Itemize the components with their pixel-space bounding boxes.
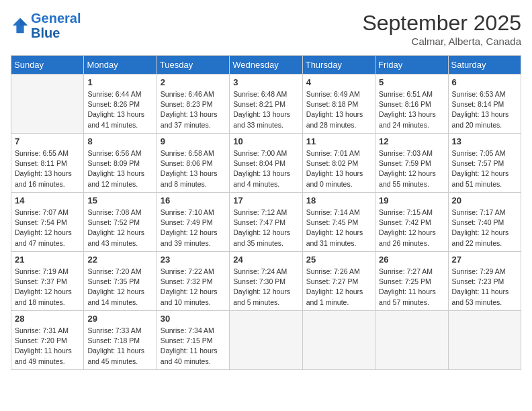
table-cell: 24Sunrise: 7:24 AMSunset: 7:30 PMDayligh…: [230, 252, 302, 311]
day-info: Sunrise: 7:12 AMSunset: 7:47 PMDaylight:…: [233, 208, 298, 248]
day-info: Sunrise: 6:56 AMSunset: 8:09 PMDaylight:…: [87, 148, 152, 189]
day-number: 23: [161, 255, 226, 265]
table-cell: 14Sunrise: 7:07 AMSunset: 7:54 PMDayligh…: [11, 193, 84, 252]
day-number: 8: [87, 136, 152, 146]
table-cell: 2Sunrise: 6:46 AMSunset: 8:23 PMDaylight…: [157, 75, 229, 134]
table-cell: 22Sunrise: 7:20 AMSunset: 7:35 PMDayligh…: [84, 252, 157, 311]
day-number: 12: [379, 136, 444, 146]
day-info: Sunrise: 6:49 AMSunset: 8:18 PMDaylight:…: [306, 89, 371, 130]
day-number: 1: [87, 77, 152, 87]
day-info: Sunrise: 7:26 AMSunset: 7:27 PMDaylight:…: [306, 267, 371, 308]
table-cell: 30Sunrise: 7:34 AMSunset: 7:15 PMDayligh…: [157, 311, 229, 370]
table-cell: [448, 311, 521, 370]
day-info: Sunrise: 7:27 AMSunset: 7:25 PMDaylight:…: [379, 267, 444, 308]
column-headers: Sunday Monday Tuesday Wednesday Thursday…: [11, 56, 521, 75]
week-row-2: 7Sunrise: 6:55 AMSunset: 8:11 PMDaylight…: [11, 134, 521, 193]
col-saturday: Saturday: [448, 56, 521, 75]
day-number: 10: [233, 136, 298, 146]
table-cell: 21Sunrise: 7:19 AMSunset: 7:37 PMDayligh…: [11, 252, 84, 311]
logo-text-blue: Blue: [31, 26, 81, 40]
table-cell: 10Sunrise: 7:00 AMSunset: 8:04 PMDayligh…: [230, 134, 302, 193]
logo-text-general: General: [31, 11, 81, 26]
day-number: 18: [306, 195, 371, 205]
day-info: Sunrise: 7:07 AMSunset: 7:54 PMDaylight:…: [15, 208, 80, 248]
day-info: Sunrise: 7:17 AMSunset: 7:40 PMDaylight:…: [452, 208, 517, 248]
table-cell: 11Sunrise: 7:01 AMSunset: 8:02 PMDayligh…: [302, 134, 375, 193]
week-row-4: 21Sunrise: 7:19 AMSunset: 7:37 PMDayligh…: [11, 252, 521, 311]
table-cell: 28Sunrise: 7:31 AMSunset: 7:20 PMDayligh…: [11, 311, 84, 370]
day-number: 7: [15, 136, 80, 146]
calendar-table: Sunday Monday Tuesday Wednesday Thursday…: [11, 55, 521, 370]
table-cell: 9Sunrise: 6:58 AMSunset: 8:06 PMDaylight…: [157, 134, 229, 193]
table-cell: 16Sunrise: 7:10 AMSunset: 7:49 PMDayligh…: [157, 193, 229, 252]
table-cell: 15Sunrise: 7:08 AMSunset: 7:52 PMDayligh…: [84, 193, 157, 252]
day-info: Sunrise: 7:31 AMSunset: 7:20 PMDaylight:…: [15, 326, 80, 367]
day-info: Sunrise: 7:00 AMSunset: 8:04 PMDaylight:…: [233, 148, 298, 189]
day-info: Sunrise: 7:05 AMSunset: 7:57 PMDaylight:…: [452, 148, 517, 189]
day-number: 26: [379, 255, 444, 265]
table-cell: 6Sunrise: 6:53 AMSunset: 8:14 PMDaylight…: [448, 75, 521, 134]
day-number: 30: [161, 314, 226, 324]
day-info: Sunrise: 6:53 AMSunset: 8:14 PMDaylight:…: [452, 89, 517, 130]
day-number: 17: [233, 195, 298, 205]
day-info: Sunrise: 6:48 AMSunset: 8:21 PMDaylight:…: [233, 89, 298, 130]
day-number: 20: [452, 195, 517, 205]
table-cell: 23Sunrise: 7:22 AMSunset: 7:32 PMDayligh…: [157, 252, 229, 311]
day-number: 21: [15, 255, 80, 265]
day-number: 9: [161, 136, 226, 146]
logo-icon: [11, 16, 30, 35]
day-info: Sunrise: 6:51 AMSunset: 8:16 PMDaylight:…: [379, 89, 444, 130]
table-cell: 26Sunrise: 7:27 AMSunset: 7:25 PMDayligh…: [375, 252, 448, 311]
week-row-3: 14Sunrise: 7:07 AMSunset: 7:54 PMDayligh…: [11, 193, 521, 252]
table-cell: 3Sunrise: 6:48 AMSunset: 8:21 PMDaylight…: [230, 75, 302, 134]
table-cell: [11, 75, 84, 134]
day-number: 16: [161, 195, 226, 205]
table-cell: 7Sunrise: 6:55 AMSunset: 8:11 PMDaylight…: [11, 134, 84, 193]
svg-marker-1: [20, 18, 28, 26]
day-number: 13: [452, 136, 517, 146]
page-header: General Blue September 2025 Calmar, Albe…: [11, 11, 521, 47]
table-cell: [375, 311, 448, 370]
day-info: Sunrise: 6:46 AMSunset: 8:23 PMDaylight:…: [161, 89, 226, 130]
title-block: September 2025 Calmar, Alberta, Canada: [362, 11, 521, 47]
col-friday: Friday: [375, 56, 448, 75]
col-monday: Monday: [84, 56, 157, 75]
day-number: 14: [15, 195, 80, 205]
table-cell: 18Sunrise: 7:14 AMSunset: 7:45 PMDayligh…: [302, 193, 375, 252]
table-cell: 4Sunrise: 6:49 AMSunset: 8:18 PMDaylight…: [302, 75, 375, 134]
table-cell: 29Sunrise: 7:33 AMSunset: 7:18 PMDayligh…: [84, 311, 157, 370]
day-info: Sunrise: 7:15 AMSunset: 7:42 PMDaylight:…: [379, 208, 444, 248]
table-cell: 20Sunrise: 7:17 AMSunset: 7:40 PMDayligh…: [448, 193, 521, 252]
week-row-1: 1Sunrise: 6:44 AMSunset: 8:26 PMDaylight…: [11, 75, 521, 134]
day-info: Sunrise: 7:29 AMSunset: 7:23 PMDaylight:…: [452, 267, 517, 308]
week-row-5: 28Sunrise: 7:31 AMSunset: 7:20 PMDayligh…: [11, 311, 521, 370]
day-info: Sunrise: 7:19 AMSunset: 7:37 PMDaylight:…: [15, 267, 80, 308]
day-number: 25: [306, 255, 371, 265]
day-number: 22: [87, 255, 152, 265]
table-cell: [230, 311, 302, 370]
logo: General Blue: [11, 11, 81, 40]
day-number: 29: [87, 314, 152, 324]
day-number: 28: [15, 314, 80, 324]
table-cell: 19Sunrise: 7:15 AMSunset: 7:42 PMDayligh…: [375, 193, 448, 252]
day-info: Sunrise: 6:55 AMSunset: 8:11 PMDaylight:…: [15, 148, 80, 189]
month-title: September 2025: [362, 11, 521, 36]
day-number: 3: [233, 77, 298, 87]
day-info: Sunrise: 7:03 AMSunset: 7:59 PMDaylight:…: [379, 148, 444, 189]
table-cell: 13Sunrise: 7:05 AMSunset: 7:57 PMDayligh…: [448, 134, 521, 193]
table-cell: 12Sunrise: 7:03 AMSunset: 7:59 PMDayligh…: [375, 134, 448, 193]
col-wednesday: Wednesday: [230, 56, 302, 75]
day-info: Sunrise: 7:22 AMSunset: 7:32 PMDaylight:…: [161, 267, 226, 308]
col-sunday: Sunday: [11, 56, 84, 75]
table-cell: 25Sunrise: 7:26 AMSunset: 7:27 PMDayligh…: [302, 252, 375, 311]
table-cell: 27Sunrise: 7:29 AMSunset: 7:23 PMDayligh…: [448, 252, 521, 311]
day-number: 27: [452, 255, 517, 265]
table-cell: 8Sunrise: 6:56 AMSunset: 8:09 PMDaylight…: [84, 134, 157, 193]
day-info: Sunrise: 7:10 AMSunset: 7:49 PMDaylight:…: [161, 208, 226, 248]
day-info: Sunrise: 6:44 AMSunset: 8:26 PMDaylight:…: [87, 89, 152, 130]
col-thursday: Thursday: [302, 56, 375, 75]
day-info: Sunrise: 7:33 AMSunset: 7:18 PMDaylight:…: [87, 326, 152, 367]
day-info: Sunrise: 7:20 AMSunset: 7:35 PMDaylight:…: [87, 267, 152, 308]
day-number: 5: [379, 77, 444, 87]
table-cell: [302, 311, 375, 370]
